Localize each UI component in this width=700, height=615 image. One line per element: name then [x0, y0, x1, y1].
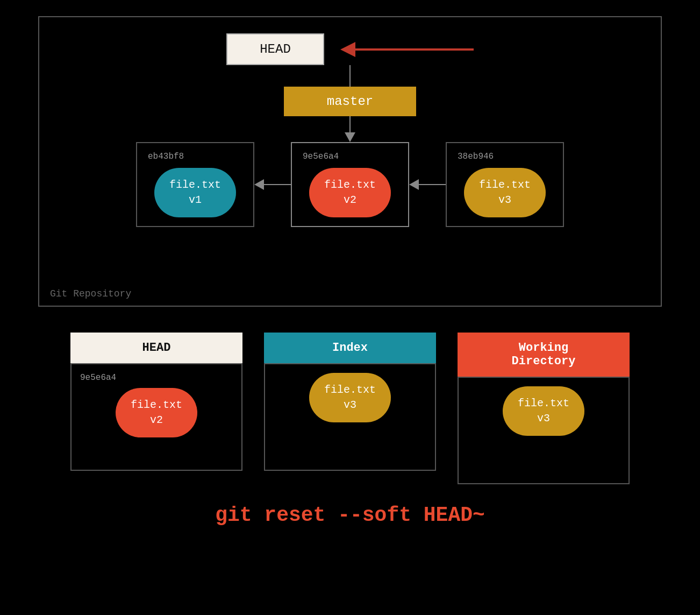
master-label: master — [327, 94, 373, 109]
workdir-state-label: WorkingDirectory — [458, 333, 630, 377]
index-state-content: file.txtv3 — [264, 363, 436, 471]
head-master-connector — [349, 65, 351, 87]
master-commit-arrow — [345, 116, 355, 142]
commit-id-38: 38eb946 — [458, 152, 494, 161]
arrow-h-line-2 — [419, 184, 446, 185]
git-repo-box: HEAD master eb43bf8 file.txtv1 9e5e6a4 — [38, 16, 662, 307]
index-state-col: Index file.txtv3 — [264, 333, 436, 471]
commit-9e5e6a4: 9e5e6a4 file.txtv2 — [291, 142, 409, 227]
workdir-state-col: WorkingDirectory file.txtv3 — [458, 333, 630, 484]
head-blob: file.txtv2 — [116, 388, 197, 437]
commit-38eb946: 38eb946 file.txtv3 — [446, 142, 564, 227]
index-state-label: Index — [264, 333, 436, 363]
head-state-col: HEAD 9e5e6a4 file.txtv2 — [70, 333, 242, 471]
arrow-line — [355, 48, 474, 51]
arrow-h-line — [264, 184, 291, 185]
head-label-box: HEAD — [226, 33, 324, 65]
arrow-left-head-icon — [254, 179, 264, 190]
workdir-blob: file.txtv3 — [503, 386, 584, 436]
head-row: HEAD — [226, 33, 474, 65]
index-blob: file.txtv3 — [309, 373, 391, 422]
arrow-38-to-9e — [409, 179, 446, 190]
commit-id-eb: eb43bf8 — [148, 152, 184, 161]
head-label: HEAD — [260, 42, 291, 56]
blob-9e5e6a4: file.txtv2 — [309, 168, 391, 217]
head-commit-id: 9e5e6a4 — [80, 373, 116, 383]
commits-row: eb43bf8 file.txtv1 9e5e6a4 file.txtv2 38… — [136, 142, 564, 227]
arrow-down-line — [349, 116, 351, 132]
commit-eb43bf8: eb43bf8 file.txtv1 — [136, 142, 254, 227]
arrow-head-icon — [340, 42, 355, 57]
workdir-state-content: file.txtv3 — [458, 377, 630, 484]
head-state-label: HEAD — [70, 333, 242, 363]
blob-38eb946: file.txtv3 — [464, 168, 546, 217]
commit-id-9e: 9e5e6a4 — [303, 152, 339, 161]
bottom-section: HEAD 9e5e6a4 file.txtv2 Index file.txtv3… — [70, 333, 630, 484]
git-repo-label: Git Repository — [50, 288, 131, 299]
head-state-content: 9e5e6a4 file.txtv2 — [70, 363, 242, 471]
arrow-down-head-icon — [345, 132, 355, 142]
arrow-left-head-icon-2 — [409, 179, 419, 190]
red-arrow — [340, 42, 474, 57]
master-box: master — [284, 87, 416, 116]
git-command: git reset --soft HEAD~ — [215, 504, 485, 527]
arrow-9e-to-eb — [254, 179, 291, 190]
blob-eb43bf8: file.txtv1 — [154, 168, 236, 217]
